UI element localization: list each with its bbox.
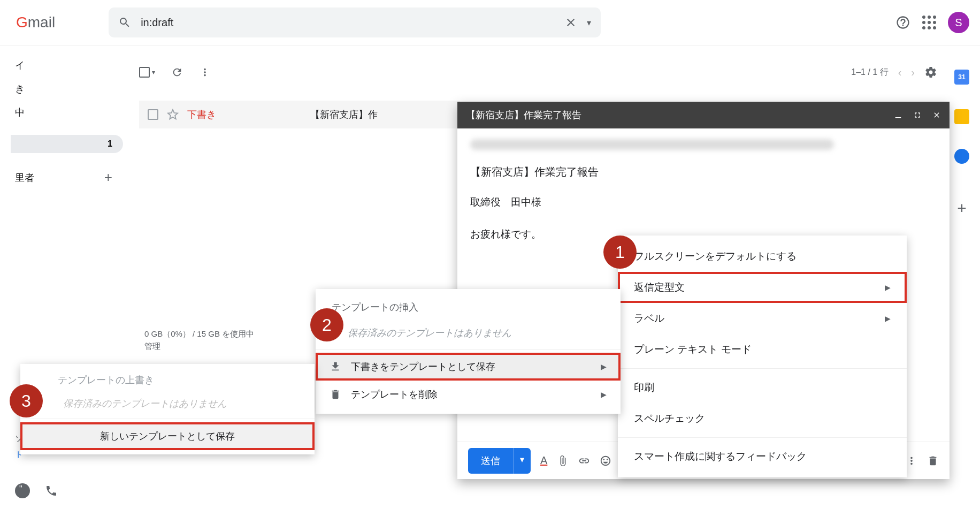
menu-fullscreen-default[interactable]: フルスクリーンをデフォルトにする bbox=[618, 241, 907, 272]
send-dropdown[interactable]: ▾ bbox=[513, 448, 531, 474]
submenu-header-insert: テンプレートの挿入 bbox=[316, 294, 621, 320]
select-dropdown-icon[interactable]: ▾ bbox=[152, 69, 155, 76]
prev-page-icon[interactable]: ‹ bbox=[898, 66, 902, 79]
menu-label[interactable]: ラベル▶ bbox=[618, 303, 907, 334]
compose-header[interactable]: 【新宿支店】作業完了報告 bbox=[457, 102, 950, 128]
menu-print[interactable]: 印刷 bbox=[618, 372, 907, 403]
more-options-icon[interactable] bbox=[906, 455, 917, 467]
refresh-icon[interactable] bbox=[171, 66, 183, 78]
save-template-submenu: テンプレートの上書き 保存済みのテンプレートはありません 新しいテンプレートとし… bbox=[20, 364, 315, 454]
search-input[interactable] bbox=[141, 17, 564, 29]
sidebar-item[interactable]: き bbox=[11, 77, 123, 101]
minimize-icon[interactable] bbox=[894, 111, 902, 119]
menu-smart-feedback[interactable]: スマート作成に関するフィードバック bbox=[618, 441, 907, 472]
menu-plain-text[interactable]: プレーン テキスト モード bbox=[618, 334, 907, 365]
mail-subject-preview: 【新宿支店】作 bbox=[310, 108, 378, 121]
more-icon[interactable] bbox=[199, 66, 211, 78]
storage-info: 0 GB（0%） / 15 GB を使用中 管理 bbox=[144, 329, 254, 354]
compose-title: 【新宿支店】作業完了報告 bbox=[466, 109, 581, 121]
compose-subject[interactable]: 【新宿支店】作業完了報告 bbox=[470, 165, 937, 179]
phone-icon[interactable] bbox=[45, 484, 58, 497]
recipients-blurred[interactable] bbox=[470, 139, 834, 150]
clear-icon[interactable] bbox=[564, 16, 577, 29]
submenu-save-template[interactable]: 下書きをテンプレートとして保存 ▶ bbox=[316, 353, 621, 381]
sidebar: イ き 中 1 里者 + bbox=[0, 54, 123, 191]
star-icon[interactable] bbox=[167, 109, 179, 120]
storage-line1: 0 GB（0%） / 15 GB を使用中 bbox=[144, 329, 254, 339]
sidebar-pill-count: 1 bbox=[108, 139, 112, 149]
send-button[interactable]: 送信 bbox=[468, 448, 513, 474]
submenu-empty-text: 保存済みのテンプレートはありません bbox=[316, 320, 621, 346]
draft-label: 下書き bbox=[187, 108, 216, 121]
toolbar-right: 1–1 / 1 行 ‹ › bbox=[851, 66, 937, 79]
next-page-icon[interactable]: › bbox=[911, 66, 915, 79]
pagination-text: 1–1 / 1 行 bbox=[851, 67, 888, 78]
download-icon bbox=[330, 361, 341, 373]
sidebar-item[interactable]: イ bbox=[11, 54, 123, 77]
right-sidebar: 31 + bbox=[954, 70, 969, 217]
calendar-icon[interactable]: 31 bbox=[954, 70, 969, 85]
header: Gmail ▾ S bbox=[0, 0, 980, 45]
bottom-left-icons bbox=[15, 483, 58, 498]
submenu3-header: テンプレートの上書き bbox=[20, 368, 315, 392]
submenu-save-new-template[interactable]: 新しいテンプレートとして保存 bbox=[20, 422, 315, 450]
trash-icon[interactable] bbox=[927, 455, 939, 467]
hangouts-icon[interactable] bbox=[15, 483, 30, 498]
keep-icon[interactable] bbox=[954, 109, 969, 124]
chevron-right-icon: ▶ bbox=[601, 362, 607, 371]
help-icon[interactable] bbox=[895, 15, 910, 30]
attach-icon[interactable] bbox=[557, 455, 569, 467]
plus-icon[interactable]: + bbox=[104, 169, 112, 186]
chevron-right-icon: ▶ bbox=[885, 283, 891, 292]
search-bar[interactable]: ▾ bbox=[109, 7, 601, 37]
format-icon[interactable]: A bbox=[540, 454, 547, 467]
fullscreen-icon[interactable] bbox=[913, 111, 922, 119]
toolbar: ▾ 1–1 / 1 行 ‹ › bbox=[139, 59, 937, 86]
annotation-badge-3: 3 bbox=[10, 384, 43, 417]
storage-manage-link[interactable]: 管理 bbox=[144, 341, 254, 352]
chevron-right-icon: ▶ bbox=[601, 390, 607, 399]
trash-icon bbox=[330, 389, 341, 400]
link-icon[interactable] bbox=[578, 455, 590, 467]
header-right: S bbox=[895, 12, 969, 33]
sidebar-item[interactable]: 中 bbox=[11, 101, 123, 124]
emoji-icon[interactable] bbox=[600, 455, 611, 467]
apps-icon[interactable] bbox=[922, 16, 936, 29]
annotation-badge-2: 2 bbox=[310, 308, 343, 341]
sidebar-manager-label: 里者 bbox=[15, 171, 34, 184]
compose-body-line[interactable]: 取締役 田中様 bbox=[470, 195, 937, 209]
search-dropdown-icon[interactable]: ▾ bbox=[587, 18, 591, 28]
settings-icon[interactable] bbox=[924, 66, 937, 79]
account-avatar[interactable]: S bbox=[948, 12, 969, 33]
menu-canned-responses[interactable]: 返信定型文▶ bbox=[618, 272, 907, 303]
mail-row[interactable]: 下書き 【新宿支店】作 bbox=[139, 101, 460, 128]
annotation-badge-1: 1 bbox=[603, 235, 637, 269]
close-icon[interactable] bbox=[932, 111, 941, 119]
sidebar-active-item[interactable]: 1 bbox=[11, 135, 123, 153]
menu-spellcheck[interactable]: スペルチェック bbox=[618, 403, 907, 434]
templates-submenu: テンプレートの挿入 保存済みのテンプレートはありません 下書きをテンプレートとし… bbox=[316, 289, 621, 414]
submenu-delete-template[interactable]: テンプレートを削除 ▶ bbox=[316, 381, 621, 408]
send-button-group: 送信 ▾ bbox=[468, 448, 531, 474]
tasks-icon[interactable] bbox=[954, 149, 969, 164]
submenu3-empty: 保存済みのテンプレートはありません bbox=[20, 392, 315, 415]
search-icon bbox=[118, 16, 131, 29]
chevron-right-icon: ▶ bbox=[885, 314, 891, 323]
gmail-logo[interactable]: Gmail bbox=[16, 14, 55, 31]
more-options-menu: フルスクリーンをデフォルトにする 返信定型文▶ ラベル▶ プレーン テキスト モ… bbox=[618, 235, 907, 477]
add-addon-icon[interactable]: + bbox=[957, 199, 967, 217]
sidebar-manager-row[interactable]: 里者 + bbox=[11, 164, 123, 191]
select-all-checkbox[interactable] bbox=[139, 67, 150, 78]
row-checkbox[interactable] bbox=[148, 109, 158, 120]
